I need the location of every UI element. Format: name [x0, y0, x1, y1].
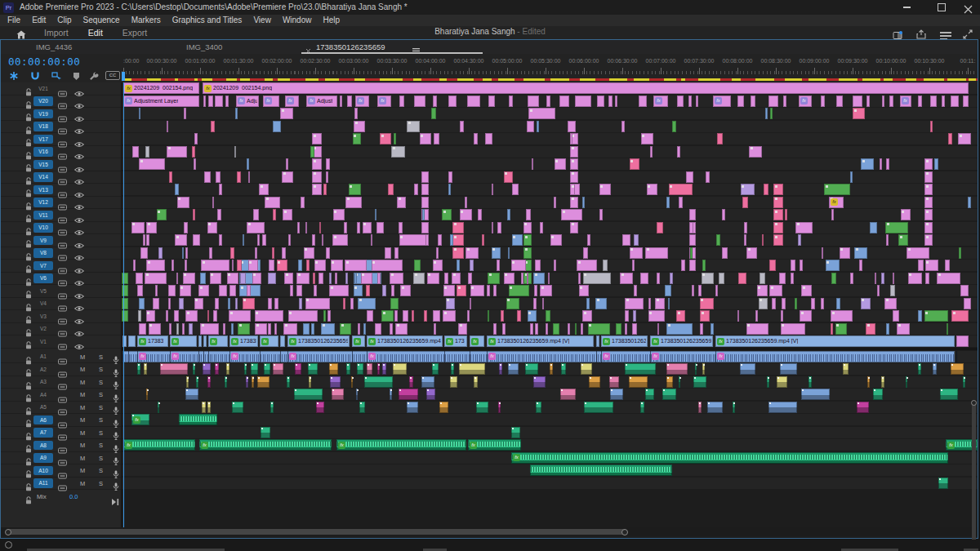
track-target-A8[interactable]: A8	[33, 441, 53, 451]
clip[interactable]	[722, 209, 725, 220]
clip[interactable]	[881, 376, 885, 388]
clip[interactable]	[340, 323, 350, 335]
clip[interactable]	[390, 273, 403, 284]
clip[interactable]	[207, 310, 209, 322]
close-tab-icon[interactable]	[305, 44, 311, 50]
clip[interactable]	[702, 363, 705, 375]
sequence-tab-IMG_3400[interactable]: IMG_3400	[150, 40, 289, 54]
clip[interactable]	[492, 184, 493, 195]
clip[interactable]	[169, 171, 172, 183]
clip[interactable]	[897, 323, 910, 335]
clip[interactable]	[432, 363, 439, 375]
clip[interactable]	[570, 146, 578, 158]
mute-button[interactable]: M	[80, 455, 85, 462]
track-lock-icon[interactable]	[25, 174, 32, 182]
clip[interactable]	[310, 146, 314, 158]
sync-lock-icon[interactable]	[58, 162, 67, 168]
clip[interactable]	[436, 247, 439, 259]
captions-icon[interactable]: CC	[105, 71, 120, 80]
clip[interactable]	[283, 323, 297, 335]
clip[interactable]	[431, 108, 435, 119]
clip[interactable]	[390, 298, 399, 309]
clip[interactable]	[599, 184, 612, 195]
track-lock-icon[interactable]	[25, 275, 32, 283]
clip[interactable]	[689, 234, 696, 246]
clip[interactable]	[345, 197, 361, 208]
clip[interactable]	[223, 323, 225, 335]
clip[interactable]	[284, 273, 293, 284]
clip[interactable]	[451, 363, 454, 375]
clip[interactable]	[884, 298, 897, 309]
clip[interactable]	[308, 363, 318, 375]
clip[interactable]	[666, 323, 692, 335]
clip[interactable]	[650, 146, 653, 158]
track-target-A1[interactable]: A1	[33, 352, 53, 362]
clip[interactable]	[582, 197, 584, 208]
clip[interactable]	[930, 96, 937, 107]
clip[interactable]	[297, 222, 300, 233]
clip[interactable]	[215, 96, 223, 107]
clip[interactable]	[568, 323, 570, 335]
clip[interactable]	[579, 285, 589, 296]
track-lock-icon[interactable]	[25, 110, 32, 118]
sync-lock-icon[interactable]	[58, 300, 67, 307]
track-output-eye-icon[interactable]	[74, 174, 84, 180]
sync-lock-icon[interactable]	[58, 339, 67, 345]
clip[interactable]	[831, 273, 836, 284]
mute-button[interactable]: M	[80, 442, 85, 449]
clip[interactable]	[508, 363, 519, 375]
clip[interactable]	[168, 298, 172, 309]
clip[interactable]: fx	[713, 96, 731, 107]
clip[interactable]	[212, 197, 214, 208]
clip[interactable]	[890, 285, 895, 296]
clip[interactable]	[349, 184, 362, 195]
clip[interactable]: fx	[208, 335, 228, 347]
clip[interactable]	[584, 402, 612, 413]
clip[interactable]	[951, 96, 959, 107]
clip[interactable]	[377, 273, 381, 284]
clip[interactable]: fx1738350126235659.mp4 [V]	[715, 335, 955, 347]
clip[interactable]	[204, 171, 211, 183]
clip[interactable]	[179, 298, 184, 309]
clip[interactable]	[525, 363, 538, 375]
clip[interactable]	[380, 133, 391, 144]
clip[interactable]	[639, 96, 647, 107]
clip[interactable]	[182, 323, 185, 335]
voiceover-mic-icon[interactable]	[113, 442, 119, 450]
clip[interactable]	[303, 323, 310, 335]
clip[interactable]	[343, 298, 345, 309]
clip[interactable]	[265, 197, 280, 208]
clip[interactable]	[528, 108, 555, 119]
clip[interactable]	[951, 363, 964, 375]
clip[interactable]	[375, 209, 376, 220]
clip[interactable]: fx	[829, 197, 844, 208]
clip[interactable]	[288, 234, 291, 246]
clip[interactable]	[488, 273, 499, 284]
track-lock-icon[interactable]	[25, 149, 32, 157]
sync-lock-icon[interactable]	[58, 212, 67, 219]
clip[interactable]	[193, 209, 196, 220]
clip[interactable]	[527, 273, 529, 284]
clip[interactable]	[537, 121, 540, 132]
clip[interactable]	[354, 285, 363, 296]
track-lock-icon[interactable]	[25, 237, 32, 245]
clip[interactable]	[465, 197, 468, 208]
clip[interactable]	[918, 363, 922, 375]
clip[interactable]	[158, 247, 163, 259]
clip[interactable]	[609, 376, 619, 388]
track-lock-icon[interactable]	[25, 161, 32, 169]
menu-help[interactable]: Help	[317, 15, 345, 26]
clip[interactable]	[296, 285, 302, 296]
clip[interactable]	[517, 310, 521, 322]
clip[interactable]	[409, 376, 413, 388]
clip[interactable]	[421, 197, 429, 208]
clip[interactable]	[924, 171, 933, 183]
clip[interactable]	[821, 96, 825, 107]
clip[interactable]	[219, 285, 227, 296]
track-target-V2[interactable]: V2	[33, 324, 53, 334]
video-lane-V16[interactable]	[122, 146, 978, 158]
clip[interactable]	[850, 171, 853, 183]
clip[interactable]	[354, 273, 358, 284]
sync-lock-icon[interactable]	[58, 442, 67, 449]
clip[interactable]	[211, 121, 215, 132]
